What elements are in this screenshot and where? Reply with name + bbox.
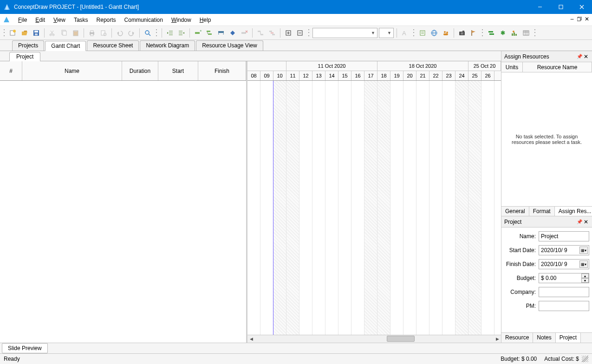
svg-point-10 [13, 30, 16, 32]
tab-resource[interactable]: Resource [501, 333, 533, 343]
panel-close-icon[interactable]: ✕ [583, 53, 589, 60]
scroll-left-button[interactable]: ◀ [247, 337, 255, 341]
new-project-icon[interactable] [8, 28, 18, 38]
scroll-thumb[interactable] [387, 336, 415, 342]
mdi-restore-button[interactable] [576, 16, 583, 22]
baseline-icon[interactable] [486, 28, 496, 38]
finish-date-input[interactable]: 2020/10/ 9▦▾ [539, 259, 589, 269]
tab-general[interactable]: General [501, 207, 529, 216]
task-grid-body[interactable] [0, 81, 246, 343]
tab-resource-sheet[interactable]: Resource Sheet [87, 40, 139, 51]
mdi-close-button[interactable]: ✕ [584, 16, 590, 22]
tab-gantt-chart[interactable]: Gantt Chart [45, 41, 86, 51]
menu-edit[interactable]: Edit [31, 15, 49, 25]
budget-down-icon[interactable]: ▼ [581, 278, 589, 283]
col-start[interactable]: Start [158, 61, 198, 80]
tab-network-diagram[interactable]: Network Diagram [140, 40, 195, 51]
pin-icon[interactable]: 📌 [576, 54, 583, 59]
menu-tasks[interactable]: Tasks [70, 15, 92, 25]
resource-chart-icon[interactable] [509, 28, 520, 38]
svg-rect-41 [207, 31, 210, 32]
add-task-icon[interactable]: + [193, 28, 203, 38]
menu-communication[interactable]: Communication [120, 15, 167, 25]
budget-input[interactable]: $ 0.00▲▼ [539, 273, 589, 283]
close-button[interactable] [571, 0, 592, 14]
collapse-all-icon[interactable] [295, 28, 305, 38]
add-subtask-icon[interactable] [204, 28, 215, 38]
scroll-right-button[interactable]: ▶ [494, 337, 501, 341]
name-input[interactable]: Project [539, 231, 589, 241]
tab-assign-res[interactable]: Assign Res... [555, 207, 592, 216]
resize-grip-icon[interactable] [582, 356, 588, 362]
toolbar-grip-3[interactable] [307, 28, 310, 38]
toolbar-grip-4[interactable] [412, 28, 415, 38]
finish-date-picker-icon[interactable]: ▦▾ [579, 260, 588, 268]
budget-up-icon[interactable]: ▲ [581, 273, 589, 278]
col-finish[interactable]: Finish [198, 61, 246, 80]
gantt-day-column [481, 81, 494, 335]
critical-path-icon[interactable]: ✱ [498, 28, 508, 38]
project-panel-title: Project [504, 219, 521, 225]
menu-reports[interactable]: Reports [92, 15, 120, 25]
project-pin-icon[interactable]: 📌 [576, 219, 583, 224]
col-units[interactable]: Units [501, 62, 523, 72]
col-duration[interactable]: Duration [122, 61, 158, 80]
link-tasks-icon [255, 28, 266, 38]
svg-rect-72 [443, 33, 448, 35]
add-phase-icon[interactable] [216, 28, 226, 38]
pm-input[interactable] [539, 301, 589, 311]
document-tabs: Project [0, 51, 501, 61]
titlebar: ConceptDraw PROJECT - [Untitled1 - Gantt… [0, 0, 592, 14]
open-icon[interactable] [20, 28, 30, 38]
start-date-picker-icon[interactable]: ▦▾ [579, 247, 588, 254]
hyperlink-icon[interactable] [429, 28, 439, 38]
copy-icon [59, 28, 69, 38]
svg-rect-12 [34, 31, 38, 32]
slide-preview-button[interactable]: Slide Preview [2, 343, 48, 353]
tab-resource-usage[interactable]: Resource Usage View [196, 40, 263, 51]
document-tab-project[interactable]: Project [9, 52, 40, 61]
note-icon[interactable] [417, 28, 428, 38]
resources-icon[interactable] [441, 28, 451, 38]
flag-icon[interactable] [468, 28, 479, 38]
company-input[interactable] [539, 287, 589, 297]
week-1: 11 Oct 2020 [286, 61, 377, 71]
gantt-canvas[interactable] [247, 81, 501, 335]
toolbar-grip-5[interactable] [481, 28, 484, 38]
toolbar-grip-6[interactable] [533, 28, 536, 38]
col-name[interactable]: Name [22, 61, 122, 80]
week-3: 25 Oct 20 [468, 61, 501, 71]
zoom-combo[interactable]: ▼ [379, 28, 394, 38]
add-milestone-icon[interactable] [228, 28, 238, 38]
tab-projects[interactable]: Projects [12, 40, 44, 51]
project-close-icon[interactable]: ✕ [583, 219, 589, 225]
camera-icon[interactable] [457, 28, 467, 38]
view-tabs: Projects Gantt Chart Resource Sheet Netw… [0, 40, 592, 51]
toolbar-grip[interactable] [3, 28, 6, 38]
maximize-button[interactable] [550, 0, 571, 14]
menu-file[interactable]: File [14, 15, 31, 25]
save-icon[interactable] [31, 28, 41, 38]
start-date-input[interactable]: 2020/10/ 9▦▾ [539, 245, 589, 255]
columns-icon[interactable] [521, 28, 531, 38]
tab-notes[interactable]: Notes [533, 333, 555, 343]
col-number[interactable]: # [0, 61, 22, 80]
toolbar-grip-2[interactable] [155, 28, 158, 38]
tab-format[interactable]: Format [529, 207, 555, 216]
menu-help[interactable]: Help [195, 15, 215, 25]
menu-view[interactable]: View [49, 15, 70, 25]
filter-combo[interactable]: ▼ [312, 28, 377, 38]
menu-window[interactable]: Window [167, 15, 195, 25]
expand-all-icon[interactable] [283, 28, 293, 38]
indent-icon[interactable] [176, 28, 187, 38]
find-icon[interactable] [143, 28, 153, 38]
outdent-icon[interactable] [165, 28, 175, 38]
horizontal-scrollbar[interactable]: ◀ ▶ [247, 335, 501, 343]
gantt-day-column [468, 81, 481, 335]
col-resource-name[interactable]: Resource Name [523, 62, 592, 72]
minimize-button[interactable] [529, 0, 550, 14]
status-ready: Ready [4, 356, 20, 362]
svg-point-80 [513, 31, 514, 32]
tab-project[interactable]: Project [556, 333, 581, 343]
mdi-minimize-button[interactable]: – [569, 16, 575, 22]
